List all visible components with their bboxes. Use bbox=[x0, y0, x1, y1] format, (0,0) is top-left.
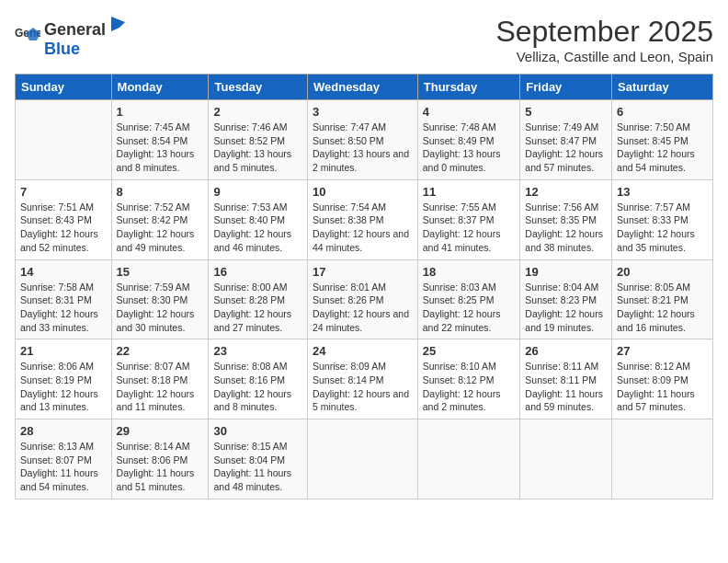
day-info: Sunrise: 8:04 AMSunset: 8:23 PMDaylight:… bbox=[525, 281, 607, 335]
day-number: 26 bbox=[525, 344, 607, 358]
day-info: Sunrise: 8:00 AMSunset: 8:28 PMDaylight:… bbox=[213, 281, 302, 335]
page-header: General General Blue September 2025 Vell… bbox=[15, 15, 713, 64]
day-cell: 9 Sunrise: 7:53 AMSunset: 8:40 PMDayligh… bbox=[209, 179, 308, 259]
day-cell: 17 Sunrise: 8:01 AMSunset: 8:26 PMDaylig… bbox=[307, 259, 417, 339]
day-cell: 19 Sunrise: 8:04 AMSunset: 8:23 PMDaylig… bbox=[520, 259, 612, 339]
day-info: Sunrise: 7:51 AMSunset: 8:43 PMDaylight:… bbox=[20, 201, 107, 255]
day-number: 25 bbox=[423, 344, 516, 358]
day-number: 15 bbox=[117, 265, 204, 279]
week-row-3: 14 Sunrise: 7:58 AMSunset: 8:31 PMDaylig… bbox=[16, 259, 713, 339]
week-row-2: 7 Sunrise: 7:51 AMSunset: 8:43 PMDayligh… bbox=[16, 179, 713, 259]
day-cell: 5 Sunrise: 7:49 AMSunset: 8:47 PMDayligh… bbox=[520, 100, 612, 180]
day-cell bbox=[612, 419, 713, 500]
day-cell: 23 Sunrise: 8:08 AMSunset: 8:16 PMDaylig… bbox=[209, 339, 308, 419]
column-header-tuesday: Tuesday bbox=[209, 75, 308, 100]
day-cell: 28 Sunrise: 8:13 AMSunset: 8:07 PMDaylig… bbox=[16, 419, 112, 500]
day-info: Sunrise: 8:08 AMSunset: 8:16 PMDaylight:… bbox=[213, 360, 302, 414]
day-number: 29 bbox=[117, 424, 204, 438]
day-number: 23 bbox=[213, 344, 302, 358]
day-info: Sunrise: 8:05 AMSunset: 8:21 PMDaylight:… bbox=[617, 281, 708, 335]
day-number: 6 bbox=[617, 105, 708, 119]
day-cell: 2 Sunrise: 7:46 AMSunset: 8:52 PMDayligh… bbox=[209, 100, 308, 180]
day-info: Sunrise: 7:59 AMSunset: 8:30 PMDaylight:… bbox=[117, 281, 204, 335]
day-info: Sunrise: 8:07 AMSunset: 8:18 PMDaylight:… bbox=[117, 360, 204, 414]
day-number: 8 bbox=[117, 185, 204, 199]
column-header-saturday: Saturday bbox=[612, 75, 713, 100]
column-header-sunday: Sunday bbox=[16, 75, 112, 100]
day-number: 13 bbox=[617, 185, 708, 199]
header-row: SundayMondayTuesdayWednesdayThursdayFrid… bbox=[16, 75, 713, 100]
day-cell: 15 Sunrise: 7:59 AMSunset: 8:30 PMDaylig… bbox=[111, 259, 209, 339]
day-cell: 13 Sunrise: 7:57 AMSunset: 8:33 PMDaylig… bbox=[612, 179, 713, 259]
day-number: 7 bbox=[20, 185, 107, 199]
subtitle: Velliza, Castille and Leon, Spain bbox=[495, 49, 713, 64]
day-info: Sunrise: 7:47 AMSunset: 8:50 PMDaylight:… bbox=[313, 121, 413, 175]
logo-icon: General bbox=[15, 24, 40, 50]
day-cell: 25 Sunrise: 8:10 AMSunset: 8:12 PMDaylig… bbox=[417, 339, 520, 419]
column-header-thursday: Thursday bbox=[417, 75, 520, 100]
day-cell bbox=[417, 419, 520, 500]
day-number: 2 bbox=[213, 105, 302, 119]
day-number: 28 bbox=[20, 424, 107, 438]
day-cell: 22 Sunrise: 8:07 AMSunset: 8:18 PMDaylig… bbox=[111, 339, 209, 419]
day-info: Sunrise: 7:50 AMSunset: 8:45 PMDaylight:… bbox=[617, 121, 708, 175]
day-info: Sunrise: 8:10 AMSunset: 8:12 PMDaylight:… bbox=[423, 360, 516, 414]
day-cell: 24 Sunrise: 8:09 AMSunset: 8:14 PMDaylig… bbox=[307, 339, 417, 419]
day-cell: 16 Sunrise: 8:00 AMSunset: 8:28 PMDaylig… bbox=[209, 259, 308, 339]
day-number: 11 bbox=[423, 185, 516, 199]
day-info: Sunrise: 7:55 AMSunset: 8:37 PMDaylight:… bbox=[423, 201, 516, 255]
day-info: Sunrise: 7:58 AMSunset: 8:31 PMDaylight:… bbox=[20, 281, 107, 335]
day-number: 14 bbox=[20, 265, 107, 279]
day-cell: 18 Sunrise: 8:03 AMSunset: 8:25 PMDaylig… bbox=[417, 259, 520, 339]
day-info: Sunrise: 7:45 AMSunset: 8:54 PMDaylight:… bbox=[117, 121, 204, 175]
title-section: September 2025 Velliza, Castille and Leo… bbox=[495, 15, 713, 64]
day-info: Sunrise: 8:09 AMSunset: 8:14 PMDaylight:… bbox=[313, 360, 413, 414]
day-cell: 3 Sunrise: 7:47 AMSunset: 8:50 PMDayligh… bbox=[307, 100, 417, 180]
day-cell: 7 Sunrise: 7:51 AMSunset: 8:43 PMDayligh… bbox=[16, 179, 112, 259]
day-info: Sunrise: 7:57 AMSunset: 8:33 PMDaylight:… bbox=[617, 201, 708, 255]
week-row-4: 21 Sunrise: 8:06 AMSunset: 8:19 PMDaylig… bbox=[16, 339, 713, 419]
day-number: 17 bbox=[313, 265, 413, 279]
day-cell: 29 Sunrise: 8:14 AMSunset: 8:06 PMDaylig… bbox=[111, 419, 209, 500]
day-number: 24 bbox=[313, 344, 413, 358]
day-cell: 4 Sunrise: 7:48 AMSunset: 8:49 PMDayligh… bbox=[417, 100, 520, 180]
day-number: 21 bbox=[20, 344, 107, 358]
day-number: 22 bbox=[117, 344, 204, 358]
day-number: 16 bbox=[213, 265, 302, 279]
day-number: 5 bbox=[525, 105, 607, 119]
day-number: 1 bbox=[117, 105, 204, 119]
day-info: Sunrise: 8:14 AMSunset: 8:06 PMDaylight:… bbox=[117, 440, 204, 494]
day-number: 4 bbox=[423, 105, 516, 119]
day-number: 20 bbox=[617, 265, 708, 279]
day-cell bbox=[520, 419, 612, 500]
day-cell bbox=[307, 419, 417, 500]
day-cell: 27 Sunrise: 8:12 AMSunset: 8:09 PMDaylig… bbox=[612, 339, 713, 419]
column-header-friday: Friday bbox=[520, 75, 612, 100]
column-header-monday: Monday bbox=[111, 75, 209, 100]
day-info: Sunrise: 8:11 AMSunset: 8:11 PMDaylight:… bbox=[525, 360, 607, 414]
day-cell: 8 Sunrise: 7:52 AMSunset: 8:42 PMDayligh… bbox=[111, 179, 209, 259]
day-cell: 26 Sunrise: 8:11 AMSunset: 8:11 PMDaylig… bbox=[520, 339, 612, 419]
day-info: Sunrise: 8:03 AMSunset: 8:25 PMDaylight:… bbox=[423, 281, 516, 335]
day-number: 12 bbox=[525, 185, 607, 199]
day-info: Sunrise: 7:52 AMSunset: 8:42 PMDaylight:… bbox=[117, 201, 204, 255]
day-cell bbox=[16, 100, 112, 180]
day-info: Sunrise: 8:15 AMSunset: 8:04 PMDaylight:… bbox=[213, 440, 302, 494]
main-title: September 2025 bbox=[495, 15, 713, 49]
day-cell: 14 Sunrise: 7:58 AMSunset: 8:31 PMDaylig… bbox=[16, 259, 112, 339]
logo-flag-icon bbox=[107, 15, 127, 35]
day-number: 19 bbox=[525, 265, 607, 279]
day-cell: 21 Sunrise: 8:06 AMSunset: 8:19 PMDaylig… bbox=[16, 339, 112, 419]
day-info: Sunrise: 8:06 AMSunset: 8:19 PMDaylight:… bbox=[20, 360, 107, 414]
day-info: Sunrise: 7:53 AMSunset: 8:40 PMDaylight:… bbox=[213, 201, 302, 255]
day-cell: 6 Sunrise: 7:50 AMSunset: 8:45 PMDayligh… bbox=[612, 100, 713, 180]
logo-text: General Blue bbox=[44, 15, 128, 59]
day-number: 10 bbox=[313, 185, 413, 199]
day-info: Sunrise: 7:54 AMSunset: 8:38 PMDaylight:… bbox=[313, 201, 413, 255]
day-cell: 12 Sunrise: 7:56 AMSunset: 8:35 PMDaylig… bbox=[520, 179, 612, 259]
day-info: Sunrise: 8:13 AMSunset: 8:07 PMDaylight:… bbox=[20, 440, 107, 494]
day-info: Sunrise: 7:56 AMSunset: 8:35 PMDaylight:… bbox=[525, 201, 607, 255]
day-number: 18 bbox=[423, 265, 516, 279]
day-info: Sunrise: 7:46 AMSunset: 8:52 PMDaylight:… bbox=[213, 121, 302, 175]
day-cell: 11 Sunrise: 7:55 AMSunset: 8:37 PMDaylig… bbox=[417, 179, 520, 259]
